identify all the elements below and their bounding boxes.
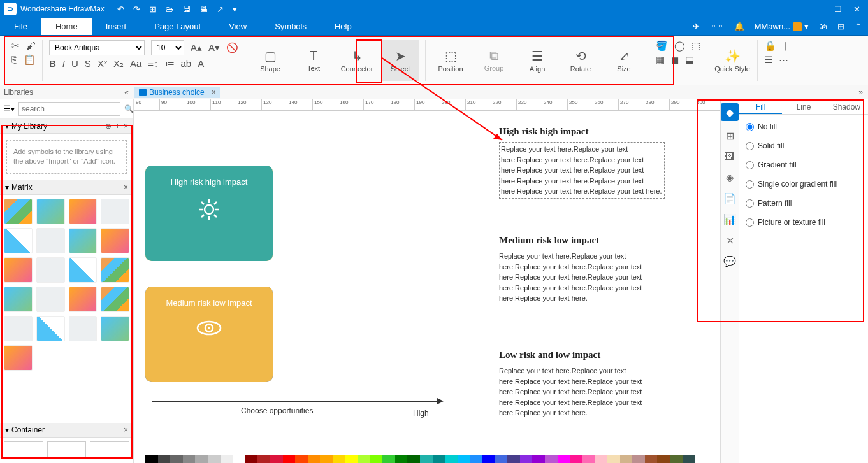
fill-option-pattern[interactable]: Pattern fill: [746, 199, 862, 208]
new-icon[interactable]: ⊞: [149, 4, 156, 14]
collapse-libraries-icon[interactable]: «: [124, 88, 129, 97]
highlight-icon[interactable]: ab: [181, 58, 192, 69]
share-icon[interactable]: ⚬⚬: [710, 22, 724, 31]
copy-icon[interactable]: ⎘: [11, 54, 17, 65]
minimize-icon[interactable]: —: [814, 4, 823, 14]
search-icon[interactable]: 🔍: [124, 104, 134, 113]
panel-tab-line[interactable]: Line: [782, 99, 825, 114]
line-spacing-icon[interactable]: ≡↕: [148, 58, 158, 69]
save-icon[interactable]: 🖫: [182, 4, 191, 14]
close-section-icon[interactable]: ×: [124, 183, 128, 192]
font-family-select[interactable]: Book Antiqua: [49, 40, 145, 55]
shape-thumb[interactable]: [101, 316, 129, 341]
fill-option-solid[interactable]: Solid fill: [746, 141, 862, 150]
format-painter-icon[interactable]: 🖌: [26, 40, 36, 51]
layout-panel-icon[interactable]: ⊞: [726, 130, 734, 142]
bold-icon[interactable]: B: [49, 58, 56, 69]
subscript-icon[interactable]: X₂: [113, 58, 124, 69]
shape-thumb[interactable]: [69, 287, 98, 312]
color-palette-strip[interactable]: [145, 455, 695, 463]
shape-thumb[interactable]: [36, 228, 65, 253]
shape-thumb[interactable]: [36, 257, 65, 283]
section-medium-risk[interactable]: Medium risk low impact Replace your text…: [499, 235, 665, 304]
shape-thumb[interactable]: [69, 257, 98, 283]
random-panel-icon[interactable]: ⤬: [726, 234, 734, 246]
decrease-font-icon[interactable]: A▾: [208, 42, 220, 53]
collapse-ribbon-icon[interactable]: ⌃: [855, 22, 862, 31]
fill-option-single-gradient[interactable]: Single color gradient fill: [746, 180, 862, 189]
redo-icon[interactable]: ↷: [133, 4, 140, 14]
select-tool[interactable]: ➤Select: [382, 40, 419, 81]
close-tab-icon[interactable]: ×: [212, 88, 216, 97]
close-section-icon[interactable]: ×: [124, 425, 128, 434]
italic-icon[interactable]: I: [62, 58, 65, 69]
card-high-risk-high-impact[interactable]: High risk high impact: [145, 166, 273, 261]
section-high-risk[interactable]: High risk high impact Replace your text …: [499, 126, 665, 199]
shape-thumb[interactable]: [4, 257, 33, 283]
shape-thumb[interactable]: [4, 228, 33, 253]
bell-icon[interactable]: 🔔: [734, 22, 744, 31]
shape-thumb[interactable]: [101, 287, 129, 312]
shape-thumb[interactable]: [4, 345, 33, 371]
effects-icon[interactable]: ⬚: [691, 40, 700, 52]
shape-thumb[interactable]: [101, 199, 129, 224]
cart-icon[interactable]: 🛍: [819, 22, 827, 31]
size-button[interactable]: ⤢Size: [605, 40, 642, 81]
shape-thumb[interactable]: [101, 228, 129, 253]
position-button[interactable]: ⬚Position: [432, 40, 469, 81]
tab-view[interactable]: View: [215, 18, 261, 35]
document-tab[interactable]: Business choice ×: [134, 87, 220, 98]
my-library-header[interactable]: ▾ My Library ⊕+×: [0, 119, 133, 134]
search-input[interactable]: [18, 102, 120, 116]
tab-symbols[interactable]: Symbols: [261, 18, 321, 35]
library-menu-icon[interactable]: ☰▾: [4, 104, 15, 113]
page-panel-icon[interactable]: 📄: [723, 192, 736, 204]
increase-font-icon[interactable]: A▴: [191, 42, 202, 53]
text-tool[interactable]: TText: [295, 40, 332, 81]
container-thumb[interactable]: [47, 441, 87, 459]
font-size-select[interactable]: 10: [151, 40, 184, 55]
shape-thumb[interactable]: [69, 228, 98, 253]
add-icon[interactable]: +: [115, 122, 120, 131]
shape-thumb[interactable]: [101, 257, 129, 283]
close-window-icon[interactable]: ✕: [853, 4, 860, 14]
tab-insert[interactable]: Insert: [92, 18, 141, 35]
export-icon[interactable]: ↗: [217, 4, 224, 14]
fill-option-no-fill[interactable]: No fill: [746, 122, 862, 131]
rotate-button[interactable]: ⟲Rotate: [562, 40, 599, 81]
card-medium-risk-low-impact-2[interactable]: Medium risk low impact: [145, 287, 273, 382]
shape-tool[interactable]: ▢Shape: [252, 40, 289, 81]
maximize-icon[interactable]: ☐: [834, 4, 842, 14]
comment-panel-icon[interactable]: 💬: [723, 255, 736, 267]
undo-icon[interactable]: ↶: [117, 4, 124, 14]
import-icon[interactable]: ⊕: [105, 122, 112, 131]
font-color-icon[interactable]: A: [198, 58, 204, 69]
group-button[interactable]: ⧉Group: [475, 40, 512, 81]
expand-panel-icon[interactable]: »: [858, 88, 868, 97]
connector-tool[interactable]: ↳Connector: [338, 40, 375, 81]
cut-icon[interactable]: ✂: [11, 40, 20, 52]
close-section-icon[interactable]: ×: [124, 122, 128, 131]
user-menu[interactable]: MMawn... ▾: [755, 22, 809, 31]
shape-thumb[interactable]: [4, 199, 33, 224]
qat-dropdown-icon[interactable]: ▾: [233, 4, 237, 14]
panel-tab-fill[interactable]: Fill: [739, 99, 782, 114]
fill-option-gradient[interactable]: Gradient fill: [746, 160, 862, 169]
underline-icon[interactable]: U: [71, 58, 78, 69]
superscript-icon[interactable]: X²: [98, 58, 107, 69]
layers-panel-icon[interactable]: ◈: [726, 171, 734, 183]
lock-icon[interactable]: 🔒: [764, 40, 776, 52]
container-header[interactable]: ▾ Container ×: [0, 423, 133, 438]
align-button[interactable]: ☰Align: [519, 40, 556, 81]
theme-icon[interactable]: ▦: [656, 54, 665, 66]
chart-panel-icon[interactable]: 📊: [723, 213, 736, 225]
clear-format-icon[interactable]: 🚫: [226, 42, 238, 53]
tab-help[interactable]: Help: [321, 18, 366, 35]
grid-icon[interactable]: ⊞: [837, 22, 844, 31]
shape-thumb[interactable]: [36, 199, 65, 224]
shape-thumb[interactable]: [69, 316, 98, 341]
layer-icon[interactable]: ☰: [764, 54, 772, 66]
more-icon[interactable]: ⋯: [779, 54, 788, 66]
text-case-icon[interactable]: Aa: [130, 58, 141, 69]
print-icon[interactable]: 🖶: [199, 4, 208, 14]
